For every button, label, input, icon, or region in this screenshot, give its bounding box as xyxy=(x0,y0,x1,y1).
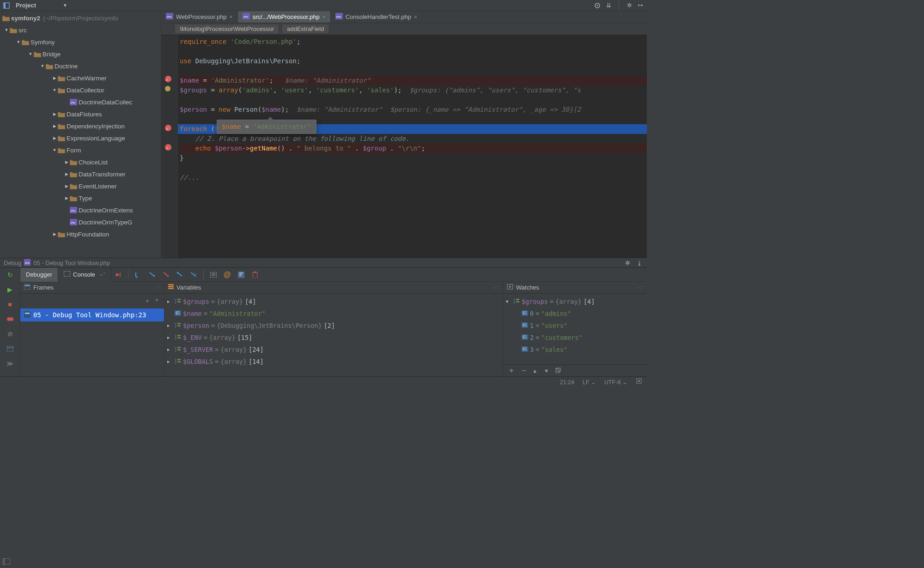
watch-item[interactable]: 01 1 = "users" xyxy=(503,320,647,332)
caret-position[interactable]: 21:24 xyxy=(560,379,574,386)
run-to-cursor-icon[interactable] xyxy=(188,270,199,280)
expand-icon[interactable]: ▶ xyxy=(167,299,173,304)
tree-file[interactable]: phpDoctrineOrmExtens xyxy=(0,204,161,216)
tree-folder[interactable]: ▶DependencyInjection xyxy=(0,120,161,132)
collapse-icon[interactable]: ▼ xyxy=(506,299,511,304)
chevron-right-icon[interactable]: ▶ xyxy=(52,124,57,128)
chevron-down-icon[interactable]: ▼ xyxy=(52,88,57,92)
tree-folder[interactable]: ▼Form xyxy=(0,144,161,156)
code-editor[interactable]: require_once 'Code/Person.php'; use Debu… xyxy=(161,35,647,258)
thread-up-icon[interactable]: ▲ xyxy=(145,297,150,303)
project-root[interactable]: symfony2 (~/PhpstormProjects/symfo xyxy=(0,12,161,24)
console-tab[interactable]: Console →’ xyxy=(58,268,111,282)
show-exec-point-icon[interactable] xyxy=(113,270,123,280)
breakpoint-icon[interactable] xyxy=(165,125,171,131)
mute-bp-icon[interactable]: ⊘ xyxy=(6,330,14,338)
chevron-right-icon[interactable]: ▶ xyxy=(64,196,69,200)
copy-watch-icon[interactable] xyxy=(555,367,561,375)
tree-folder[interactable]: ▼Bridge xyxy=(0,48,161,60)
chevron-right-icon[interactable]: ▶ xyxy=(52,232,57,236)
chevron-right-icon[interactable]: ▶ xyxy=(52,136,57,140)
resume-icon[interactable]: ▶ xyxy=(6,285,14,294)
hide-panel-icon[interactable]: →’ xyxy=(154,285,160,290)
rerun-icon[interactable]: ↻ xyxy=(6,271,14,279)
force-step-into-icon[interactable] xyxy=(161,270,171,280)
variable-row[interactable]: ▶13 $person = {Debugging\JetBrains\Perso… xyxy=(164,320,503,332)
watch-item[interactable]: 01 3 = "sales" xyxy=(503,344,647,356)
locate-icon[interactable] xyxy=(594,2,601,9)
hide-icon[interactable]: ↦ xyxy=(637,2,644,9)
breadcrumb-item[interactable]: addExtraField xyxy=(282,24,328,33)
watch-item[interactable]: 01 2 = "customers" xyxy=(503,332,647,344)
chevron-down-icon[interactable]: ▼ xyxy=(63,3,67,8)
gear-icon[interactable]: ✲ xyxy=(624,259,631,266)
step-over-icon[interactable] xyxy=(133,270,143,280)
debugger-tab[interactable]: Debugger xyxy=(20,268,58,282)
breakpoints-icon[interactable] xyxy=(6,315,14,323)
chevron-down-icon[interactable]: ▼ xyxy=(40,64,45,68)
close-icon[interactable]: × xyxy=(414,14,417,20)
step-into-icon[interactable] xyxy=(147,270,157,280)
variable-row[interactable]: ▶13 $_ENV = {array} [15] xyxy=(164,332,503,344)
project-dropdown[interactable]: Project xyxy=(16,2,36,9)
tree-folder[interactable]: ▶CacheWarmer xyxy=(0,72,161,84)
download-icon[interactable]: ⭳ xyxy=(636,259,643,266)
variable-row[interactable]: 01 $name = "Administrator" xyxy=(164,308,503,320)
chevron-down-icon[interactable]: ▼ xyxy=(52,148,57,152)
encoding[interactable]: UTF-8 ⌄ xyxy=(604,379,627,386)
tree-folder[interactable]: ▶DataTransformer xyxy=(0,168,161,180)
add-watch-icon[interactable]: ＋ xyxy=(508,366,515,375)
editor-tab[interactable]: phpsrc/.../WebProcessor.php× xyxy=(238,11,331,23)
project-view-icon[interactable] xyxy=(3,2,10,9)
clipboard-icon[interactable] xyxy=(250,270,260,280)
frame-item-selected[interactable]: 05 - Debug Tool Window.php:23 xyxy=(20,308,164,321)
more-icon[interactable]: ≫ xyxy=(6,359,14,368)
expand-icon[interactable]: ▶ xyxy=(167,335,173,340)
tree-folder[interactable]: ▶HttpFoundation xyxy=(0,228,161,240)
stop-icon[interactable]: ■ xyxy=(6,300,14,308)
editor-tab[interactable]: phpWebProcessor.php× xyxy=(161,11,238,23)
expand-icon[interactable]: ▶ xyxy=(167,323,173,328)
tree-file[interactable]: phpDoctrineOrmTypeG xyxy=(0,216,161,228)
tree-folder[interactable]: ▶ChoiceList xyxy=(0,156,161,168)
expand-icon[interactable]: ▶ xyxy=(167,347,173,352)
gutter[interactable] xyxy=(161,35,178,258)
remove-watch-icon[interactable]: − xyxy=(522,367,526,375)
chevron-down-icon[interactable]: ▼ xyxy=(16,40,21,44)
chevron-right-icon[interactable]: ▶ xyxy=(52,76,57,80)
watch-up-icon[interactable]: ▲ xyxy=(532,368,537,374)
chevron-right-icon[interactable]: ▶ xyxy=(64,184,69,188)
expand-all-icon[interactable]: ⇊ xyxy=(605,2,612,9)
chevron-down-icon[interactable]: ▼ xyxy=(4,28,9,32)
tree-folder[interactable]: ▶DataFixtures xyxy=(0,108,161,120)
hide-panel-icon[interactable]: →’ xyxy=(493,285,499,290)
watch-down-icon[interactable]: ▼ xyxy=(544,368,549,374)
lightbulb-icon[interactable] xyxy=(165,86,170,91)
tree-folder[interactable]: ▼Doctrine xyxy=(0,60,161,72)
thread-down-icon[interactable]: ▼ xyxy=(154,297,159,303)
tree-folder[interactable]: ▼Symfony xyxy=(0,36,161,48)
line-ending[interactable]: LF ⌄ xyxy=(583,379,596,386)
editor-tab[interactable]: phpConsoleHandlerTest.php× xyxy=(331,11,422,23)
chevron-right-icon[interactable]: ▶ xyxy=(64,172,69,176)
tree-file[interactable]: phpDoctrineDataCollec xyxy=(0,96,161,108)
at-icon[interactable]: @ xyxy=(222,270,232,280)
tree-folder[interactable]: ▼DataCollector xyxy=(0,84,161,96)
watch-item[interactable]: 01 0 = "admins" xyxy=(503,308,647,320)
layout-icon[interactable] xyxy=(6,344,14,353)
step-out-icon[interactable] xyxy=(175,270,185,280)
variable-row[interactable]: ▶13 $GLOBALS = {array} [14] xyxy=(164,356,503,368)
close-icon[interactable]: × xyxy=(230,14,233,20)
breakpoint-icon[interactable] xyxy=(165,76,171,82)
gear-icon[interactable]: ✲ xyxy=(626,2,633,9)
variable-row[interactable]: ▶13 $_SERVER = {array} [24] xyxy=(164,344,503,356)
chevron-right-icon[interactable]: ▶ xyxy=(64,160,69,164)
tree-folder[interactable]: ▶EventListener xyxy=(0,180,161,192)
tree-folder[interactable]: ▼src xyxy=(0,24,161,36)
breakpoint-icon[interactable] xyxy=(165,144,171,151)
hide-panel-icon[interactable]: →’ xyxy=(637,285,643,290)
breadcrumb-item[interactable]: \Monolog\Processor\WebProcessor xyxy=(175,24,279,33)
evaluate-icon[interactable] xyxy=(208,270,219,280)
tree-folder[interactable]: ▶ExpressionLanguage xyxy=(0,132,161,144)
sort-icon[interactable] xyxy=(236,270,246,280)
